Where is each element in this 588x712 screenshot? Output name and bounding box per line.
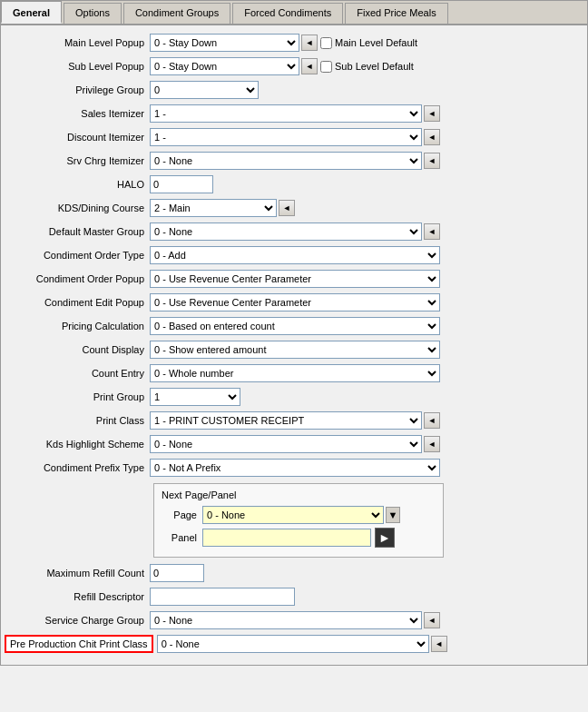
refill-descriptor-row: Refill Descriptor [5, 587, 583, 607]
condiment-order-popup-select[interactable]: 0 - Use Revenue Center Parameter [150, 270, 440, 288]
form-content: Main Level Popup 0 - Stay Down ◄ Main Le… [1, 25, 587, 665]
max-refill-count-row: Maximum Refill Count [5, 563, 583, 583]
main-level-popup-arrow[interactable]: ◄ [301, 35, 318, 51]
service-charge-group-select[interactable]: 0 - None [150, 611, 422, 629]
discount-itemizer-row: Discount Itemizer 1 - ◄ [5, 127, 583, 147]
count-display-row: Count Display 0 - Show entered amount [5, 340, 583, 360]
discount-itemizer-label: Discount Itemizer [5, 132, 150, 143]
default-master-group-row: Default Master Group 0 - None ◄ [5, 222, 583, 242]
pre-production-label: Pre Production Chit Print Class [5, 635, 153, 653]
sub-level-default-label: Sub Level Default [335, 61, 414, 72]
print-class-select[interactable]: 1 - PRINT CUSTOMER RECEIPT [150, 411, 422, 430]
kds-highlight-scheme-arrow[interactable]: ◄ [424, 436, 440, 452]
print-group-row: Print Group 1 [5, 387, 583, 407]
count-display-label: Count Display [5, 344, 150, 355]
tab-bar: General Options Condiment Groups Forced … [1, 1, 587, 25]
print-class-arrow[interactable]: ◄ [424, 412, 440, 429]
count-display-select[interactable]: 0 - Show entered amount [150, 341, 440, 359]
srv-chrg-itemizer-select[interactable]: 0 - None [150, 152, 422, 170]
condiment-edit-popup-label: Condiment Edit Popup [5, 297, 150, 308]
pre-production-arrow[interactable]: ◄ [431, 636, 447, 652]
main-level-popup-label: Main Level Popup [5, 37, 150, 48]
service-charge-group-row: Service Charge Group 0 - None ◄ [5, 610, 583, 630]
tab-forced-condiments[interactable]: Forced Condiments [232, 3, 343, 24]
srv-chrg-itemizer-arrow[interactable]: ◄ [424, 153, 440, 169]
privilege-group-row: Privilege Group 0 [5, 80, 583, 100]
pricing-calculation-label: Pricing Calculation [5, 321, 150, 331]
condiment-prefix-type-row: Condiment Prefix Type 0 - Not A Prefix [5, 458, 583, 478]
condiment-edit-popup-row: Condiment Edit Popup 0 - Use Revenue Cen… [5, 292, 583, 312]
panel-input[interactable] [202, 529, 371, 547]
default-master-group-select[interactable]: 0 - None [150, 222, 422, 241]
main-level-default-label: Main Level Default [335, 37, 417, 48]
main-level-default-checkbox[interactable] [320, 37, 332, 49]
default-master-group-label: Default Master Group [5, 226, 150, 237]
print-group-select[interactable]: 1 [150, 388, 240, 406]
kds-highlight-scheme-label: Kds Highlight Scheme [5, 439, 150, 450]
halo-label: HALO [5, 179, 150, 190]
kds-dining-course-row: KDS/Dining Course 2 - Main ◄ [5, 198, 583, 218]
service-charge-group-arrow[interactable]: ◄ [424, 612, 440, 628]
condiment-order-popup-row: Condiment Order Popup 0 - Use Revenue Ce… [5, 269, 583, 289]
kds-dining-course-arrow[interactable]: ◄ [279, 200, 295, 216]
print-class-label: Print Class [5, 415, 150, 426]
condiment-prefix-type-select[interactable]: 0 - Not A Prefix [150, 459, 440, 477]
condiment-order-type-label: Condiment Order Type [5, 250, 150, 261]
discount-itemizer-select[interactable]: 1 - [150, 128, 422, 146]
privilege-group-select[interactable]: 0 [150, 81, 259, 99]
page-dropdown-btn[interactable]: ▼ [386, 507, 400, 523]
panel-navigate-btn[interactable]: ► [375, 528, 395, 548]
tab-condiment-groups[interactable]: Condiment Groups [123, 3, 230, 24]
srv-chrg-itemizer-label: Srv Chrg Itemizer [5, 155, 150, 166]
count-entry-row: Count Entry 0 - Whole number [5, 363, 583, 383]
page-select[interactable]: 0 - None [202, 506, 384, 524]
discount-itemizer-arrow[interactable]: ◄ [424, 129, 440, 145]
page-label: Page [162, 509, 202, 520]
refill-descriptor-input[interactable] [150, 588, 295, 606]
next-page-panel-box: Next Page/Panel Page 0 - None ▼ Panel ► [153, 483, 444, 558]
sales-itemizer-arrow[interactable]: ◄ [424, 105, 440, 122]
default-master-group-arrow[interactable]: ◄ [424, 223, 440, 240]
next-page-panel-title: Next Page/Panel [162, 490, 436, 500]
pre-production-select[interactable]: 0 - None [157, 635, 429, 653]
tab-general[interactable]: General [1, 1, 62, 24]
kds-dining-course-select[interactable]: 2 - Main [150, 199, 277, 217]
halo-input[interactable] [150, 175, 213, 193]
condiment-order-type-select[interactable]: 0 - Add [150, 246, 440, 264]
sales-itemizer-select[interactable]: 1 - [150, 104, 422, 123]
panel-row: Panel ► [162, 528, 436, 548]
kds-highlight-scheme-row: Kds Highlight Scheme 0 - None ◄ [5, 434, 583, 454]
sub-level-popup-arrow[interactable]: ◄ [301, 58, 318, 74]
panel-label: Panel [162, 532, 202, 543]
kds-highlight-scheme-select[interactable]: 0 - None [150, 435, 422, 453]
condiment-edit-popup-select[interactable]: 0 - Use Revenue Center Parameter [150, 293, 440, 312]
page-row: Page 0 - None ▼ [162, 506, 436, 524]
sales-itemizer-label: Sales Itemizer [5, 108, 150, 119]
print-class-row: Print Class 1 - PRINT CUSTOMER RECEIPT ◄ [5, 410, 583, 430]
sales-itemizer-row: Sales Itemizer 1 - ◄ [5, 104, 583, 124]
kds-dining-course-label: KDS/Dining Course [5, 203, 150, 213]
privilege-group-label: Privilege Group [5, 84, 150, 95]
pricing-calculation-select[interactable]: 0 - Based on entered count [150, 317, 440, 335]
service-charge-group-label: Service Charge Group [5, 615, 150, 626]
print-group-label: Print Group [5, 391, 150, 402]
main-window: General Options Condiment Groups Forced … [0, 0, 588, 666]
main-level-popup-row: Main Level Popup 0 - Stay Down ◄ Main Le… [5, 33, 583, 53]
sub-level-popup-select[interactable]: 0 - Stay Down [150, 57, 299, 75]
count-entry-select[interactable]: 0 - Whole number [150, 364, 440, 382]
condiment-order-type-row: Condiment Order Type 0 - Add [5, 245, 583, 265]
condiment-order-popup-label: Condiment Order Popup [5, 273, 150, 284]
sub-level-popup-row: Sub Level Popup 0 - Stay Down ◄ Sub Leve… [5, 56, 583, 76]
max-refill-count-input[interactable] [150, 564, 204, 582]
refill-descriptor-label: Refill Descriptor [5, 591, 150, 602]
main-level-popup-select[interactable]: 0 - Stay Down [150, 34, 299, 52]
sub-level-default-checkbox[interactable] [320, 61, 332, 73]
max-refill-count-label: Maximum Refill Count [5, 568, 150, 578]
pricing-calculation-row: Pricing Calculation 0 - Based on entered… [5, 316, 583, 336]
tab-fixed-price-meals[interactable]: Fixed Price Meals [345, 3, 447, 24]
tab-options[interactable]: Options [64, 3, 122, 24]
count-entry-label: Count Entry [5, 368, 150, 379]
halo-row: HALO [5, 174, 583, 194]
pre-production-row: Pre Production Chit Print Class 0 - None… [5, 634, 583, 654]
sub-level-popup-label: Sub Level Popup [5, 61, 150, 72]
